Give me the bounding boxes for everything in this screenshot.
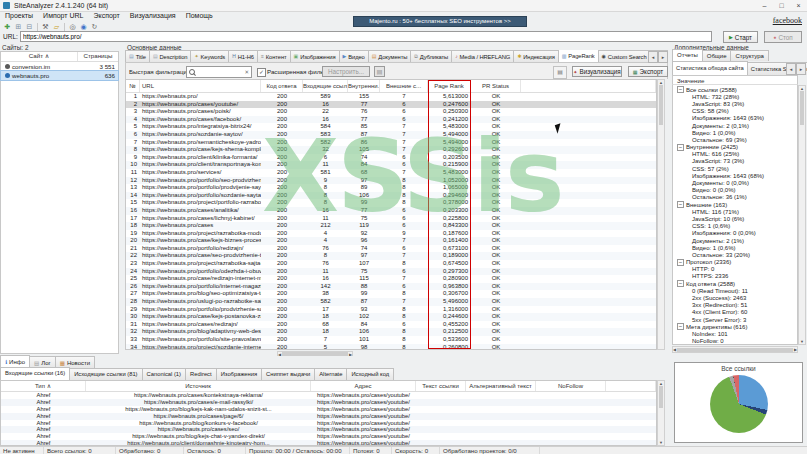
table-row[interactable]: 12https://webnauts.pro/portfolio/seo-pro… <box>126 177 656 185</box>
right-tab-структура[interactable]: Структура <box>730 50 768 61</box>
tree-collapse-icon[interactable]: − <box>677 280 684 287</box>
link-row[interactable]: Ahrefhttps://webnauts.pro/blog/konkurs-v… <box>1 420 656 427</box>
link-row[interactable]: Ahrefhttps://webnauts.pro/blog/kejs-kak-… <box>1 406 656 413</box>
tab-изображения[interactable]: ▣Изображения <box>290 50 340 62</box>
tree-item-row[interactable]: Видео: 0 (0,0%) <box>673 187 797 194</box>
clear-icon[interactable]: ✕ <box>244 69 251 75</box>
menu-item[interactable]: Импорт URL <box>38 11 88 21</box>
tree-item-row[interactable]: JavaScript: 10 (6%) <box>673 215 797 222</box>
tree-item-row[interactable]: Документы: 2 (0,1%) <box>673 122 797 129</box>
start-button[interactable]: ▶ Старт <box>723 31 758 43</box>
tree-item-row[interactable]: CSS: 57 (2%) <box>673 165 797 172</box>
tree-item-row[interactable]: HTTPS: 2336 <box>673 273 797 280</box>
table-row[interactable]: 11https://webnauts.pro/services/20058168… <box>126 169 656 177</box>
tree-item-row[interactable]: NoFollow: 0 <box>673 338 797 345</box>
advanced-filter-checkbox[interactable]: ✓ <box>257 68 266 77</box>
table-row[interactable]: 34https://webnauts.pro/project/sozdanie-… <box>126 344 656 350</box>
export-button[interactable]: ▦ Экспорт <box>628 66 668 77</box>
menu-item[interactable]: Визуализация <box>125 11 181 21</box>
table-row[interactable]: 28https://webnauts.pro/uslugi-po-razrabo… <box>126 298 656 306</box>
maximize-button[interactable]: □ <box>773 0 790 11</box>
table-row[interactable]: 7https://webnauts.pro/semanticheskoye-ya… <box>126 139 656 147</box>
tree-item-row[interactable]: CSS: 1 (0,6%) <box>673 223 797 230</box>
tree-item-row[interactable]: JavaScript: 73 (3%) <box>673 158 797 165</box>
site-row[interactable]: conversion.im3 551 <box>1 62 118 71</box>
table-row[interactable]: 29https://webnauts.pro/portfolio/prodviz… <box>126 306 656 314</box>
column-header[interactable]: Адрес <box>311 381 416 391</box>
column-header[interactable]: Тип ∧ <box>1 381 86 391</box>
tab-индексация[interactable]: ✱Индексация <box>513 50 559 62</box>
table-row[interactable]: 31https://webnauts.pro/cases/redizajn/20… <box>126 321 656 329</box>
menu-item[interactable]: Помощь <box>181 11 218 21</box>
column-header[interactable]: Внешние с... <box>380 80 428 92</box>
tree-group-row[interactable]: −Мета директивы (616) <box>673 323 797 330</box>
column-header[interactable]: Альтернативный текст <box>466 381 536 391</box>
column-header[interactable]: Внутренни... <box>348 80 380 92</box>
link-row[interactable]: Ahrefhttps://webnauts.pro/cases/e-mail-r… <box>1 399 656 406</box>
tab-pagerank[interactable]: ▥PageRank <box>558 50 599 62</box>
site-row[interactable]: webnauts.pro636 <box>1 71 118 80</box>
tree-item-row[interactable]: Остальное: 33 (20%) <box>673 251 797 258</box>
table-row[interactable]: 32https://webnauts.pro/blog/adaptivny-we… <box>126 328 656 336</box>
tree-hscrollbar[interactable]: ◀▶ <box>672 346 798 353</box>
table-row[interactable]: 15https://webnauts.pro/project/portfolio… <box>126 199 656 207</box>
right-tab-отчеты[interactable]: Отчеты <box>672 49 703 61</box>
menu-item[interactable]: Экспорт <box>89 11 125 21</box>
column-header[interactable]: Page Rank <box>428 80 471 92</box>
minimize-button[interactable]: – <box>756 0 773 11</box>
tab-документы[interactable]: ▤Документы <box>368 50 412 62</box>
quick-filter-input[interactable]: ✕ <box>186 66 252 78</box>
column-header[interactable]: Текст ссылки <box>416 381 466 391</box>
table-row[interactable]: 21https://webnauts.pro/portfolio/redizaj… <box>126 245 656 253</box>
add-project-icon[interactable]: ✚ <box>2 21 13 32</box>
tree-item-row[interactable]: HTML: 732 (28%) <box>673 93 797 100</box>
tree-item-row[interactable]: 0 (Read Timeout): 11 <box>673 287 797 294</box>
table-row[interactable]: 1https://webnauts.pro/20058915575,613000… <box>126 93 656 101</box>
tree-item-row[interactable]: Изображения: 1643 (63%) <box>673 115 797 122</box>
table-row[interactable]: 26https://webnauts.pro/portfolio/interne… <box>126 283 656 291</box>
table-row[interactable]: 18https://webnauts.pro/cases20021211960,… <box>126 222 656 230</box>
column-header[interactable]: Источник <box>86 381 311 391</box>
tab-description[interactable]: ▤Description <box>149 50 192 62</box>
link-row[interactable]: Ahrefhttps://webnauts.pro/cases/seo/http… <box>1 426 656 433</box>
tab-keywords[interactable]: ✦Keywords <box>190 50 229 62</box>
bottom-subtab[interactable]: Alternate <box>314 368 347 380</box>
column-header[interactable]: № <box>126 80 140 92</box>
table-row[interactable]: 9https://webnauts.pro/client/klinika-for… <box>126 154 656 162</box>
facebook-link[interactable]: facebook <box>773 16 802 25</box>
tree-item-row[interactable]: Остальное: 36 (1%) <box>673 194 797 201</box>
tree-item-row[interactable]: HTTP: 0 <box>673 266 797 273</box>
subtab-scroll-left[interactable]: ◂ <box>786 63 796 75</box>
tab-media-hreflang[interactable]: ♪Media / HREFLANG <box>451 50 514 62</box>
tree-item-row[interactable]: Остальное: 69 (3%) <box>673 136 797 143</box>
tree-vscrollbar[interactable]: ▲▼ <box>798 85 806 345</box>
right-subtab[interactable]: Статистика обхода сайта <box>672 61 748 75</box>
tree-item-row[interactable]: Видео: 1 (0,0%) <box>673 129 797 136</box>
tab-контент[interactable]: ≡Контент <box>257 50 291 62</box>
table-row[interactable]: 13https://webnauts.pro/portfolio/prodvij… <box>126 184 656 192</box>
column-header[interactable]: Входящие ссылки <box>303 80 348 92</box>
tab-title[interactable]: ▤Title <box>125 50 150 62</box>
tree-item-row[interactable]: 2xx (Success): 2463 <box>673 294 797 301</box>
tree-group-row[interactable]: −Протокол (2336) <box>673 259 797 266</box>
bottom-subtab[interactable]: Сниппет выдачи <box>261 368 315 380</box>
sites-col-name[interactable]: Сайт ∧ <box>1 52 77 61</box>
table-row[interactable]: 20https://webnauts.pro/case/kejs-biznes-… <box>126 237 656 245</box>
tree-collapse-icon[interactable]: − <box>677 201 684 208</box>
table-row[interactable]: 8https://webnauts.pro/case/kejs-shema-ko… <box>126 146 656 154</box>
tab-scroll-right[interactable]: ▸ <box>658 51 668 63</box>
tree-item-row[interactable]: JavaScript: 83 (3%) <box>673 100 797 107</box>
tab-scroll-left[interactable]: ◂ <box>648 51 658 63</box>
tree-item-row[interactable]: Изображения: 0 (0,0%) <box>673 230 797 237</box>
table-row[interactable]: 3https://webnauts.pro/cases/poisk/200227… <box>126 108 656 116</box>
sites-header[interactable]: Сайт ∧Страницы <box>1 52 118 62</box>
tree-collapse-icon[interactable]: − <box>677 259 684 266</box>
tree-collapse-icon[interactable]: − <box>677 144 684 151</box>
sites-col-pages[interactable]: Страницы <box>77 52 118 61</box>
tree-item-row[interactable]: 3xx (Redirection): 51 <box>673 302 797 309</box>
tree-item-row[interactable]: Изображения: 1643 (68%) <box>673 172 797 179</box>
table-row[interactable]: 30https://webnauts.pro/case/kejs-postano… <box>126 313 656 321</box>
tab-видео[interactable]: ▶Видео <box>339 50 369 62</box>
bottom-subtab[interactable]: Исходящие ссылки (81) <box>69 368 142 380</box>
visualization-button[interactable]: ✦ Визуализация <box>572 66 622 77</box>
